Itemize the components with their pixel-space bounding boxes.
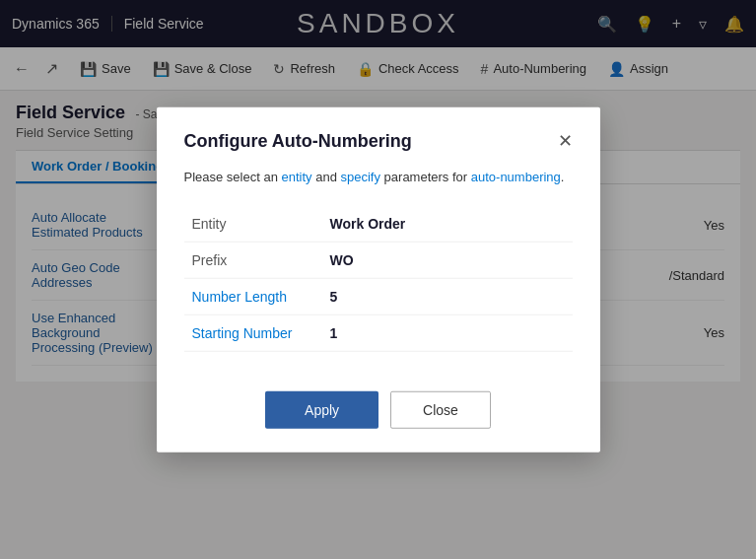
field-row-prefix: Prefix WO	[184, 242, 573, 278]
modal-title: Configure Auto-Numbering	[184, 130, 412, 151]
modal-close-icon-button[interactable]: ✕	[558, 132, 573, 150]
modal-header: Configure Auto-Numbering ✕	[184, 130, 573, 151]
field-label-prefix: Prefix	[184, 242, 322, 278]
field-value-entity: Work Order	[322, 206, 573, 243]
field-value-number-length[interactable]: 5	[322, 278, 573, 314]
field-label-number-length: Number Length	[184, 278, 322, 314]
modal-footer: Apply Close	[184, 391, 573, 429]
autonumbering-highlight: auto-numbering	[471, 169, 561, 183]
close-modal-button[interactable]: Close	[390, 391, 491, 429]
modal-fields-table: Entity Work Order Prefix WO Number Lengt…	[184, 206, 573, 352]
field-value-prefix: WO	[322, 242, 573, 278]
modal-description: Please select an entity and specify para…	[184, 167, 573, 186]
auto-numbering-modal: Configure Auto-Numbering ✕ Please select…	[157, 106, 600, 453]
field-row-number-length: Number Length 5	[184, 278, 573, 314]
entity-highlight: entity	[282, 169, 312, 183]
field-row-starting-number: Starting Number 1	[184, 314, 573, 351]
field-label-starting-number: Starting Number	[184, 314, 322, 351]
specify-highlight: specify	[341, 169, 380, 183]
field-row-entity: Entity Work Order	[184, 206, 573, 243]
field-label-entity: Entity	[184, 206, 322, 243]
field-value-starting-number[interactable]: 1	[322, 314, 573, 351]
apply-button[interactable]: Apply	[265, 391, 378, 429]
